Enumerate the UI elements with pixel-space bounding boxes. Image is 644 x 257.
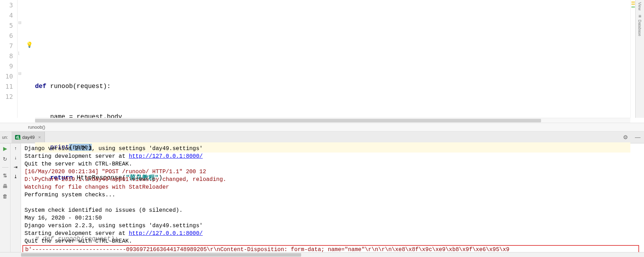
scrollbar-thumb[interactable]	[35, 119, 541, 122]
intention-bulb-icon[interactable]: 💡	[26, 41, 33, 48]
line-number: 8	[0, 51, 13, 61]
editor-area: 3 4 5 6 7 8 9 10 11 12 ⊟ ⌊ ⊟ 💡 def runoo…	[0, 0, 644, 118]
fold-minus-icon[interactable]: ⊟	[18, 71, 21, 76]
run-label: un:	[0, 135, 12, 140]
function-name: runoob	[50, 83, 73, 90]
intention-column: 💡	[25, 0, 35, 118]
console-output[interactable]: Django version 2.2.3, using settings 'da…	[21, 143, 644, 252]
ide-window: 3 4 5 6 7 8 9 10 11 12 ⊟ ⌊ ⊟ 💡 def runoo…	[0, 0, 644, 257]
minimize-icon[interactable]: —	[631, 134, 644, 141]
console-line: May 16, 2020 - 00:21:50	[25, 215, 102, 221]
up-arrow-icon[interactable]: ↑	[14, 146, 17, 151]
code-line[interactable]	[35, 51, 630, 61]
code-editor[interactable]: def runoob(request): name = request.body…	[35, 0, 630, 118]
fold-end-icon: ⌊	[18, 51, 20, 55]
console-line: D:\PyCharm 2019.1.3\day49\app01\views.py…	[25, 176, 226, 183]
fold-minus-icon[interactable]: ⊟	[18, 20, 21, 25]
line-number: 7	[0, 41, 13, 51]
code-line[interactable]	[35, 20, 630, 31]
console-toolbar-left2: ↑ ↓ ⇥ ⤓	[11, 143, 21, 252]
scroll-end-icon[interactable]: ⤓	[14, 174, 18, 179]
editor-horizontal-scrollbar[interactable]	[35, 118, 630, 123]
soft-wrap-icon[interactable]: ⇥	[14, 164, 18, 170]
console-line: Watching for file changes with StatReloa…	[25, 184, 169, 190]
line-number: 6	[0, 31, 13, 41]
console-line: [16/May/2020 00:21:34] "POST /runoob/ HT…	[25, 169, 206, 175]
line-number: 9	[0, 61, 13, 71]
line-number: 3	[0, 0, 13, 10]
console-horizontal-scrollbar[interactable]	[0, 252, 644, 257]
toggle-layout-icon[interactable]: ⇅	[3, 173, 7, 179]
database-tool-button[interactable]: Database	[638, 20, 642, 36]
line-number: 12	[0, 92, 13, 102]
line-number-gutter: 3 4 5 6 7 8 9 10 11 12	[0, 0, 18, 118]
django-icon: dj	[15, 135, 20, 140]
console-line: Quit the server with CTRL-BREAK.	[25, 238, 132, 244]
url-link[interactable]: http://127.0.0.1:8000/	[129, 153, 203, 160]
run-tab-label: day49	[22, 135, 35, 140]
right-tool-strip: View ≡ Database	[635, 0, 644, 118]
line-number: 11	[0, 81, 13, 92]
database-icon[interactable]: ≡	[638, 13, 641, 19]
code-line[interactable]: def runoob(request):	[35, 81, 630, 92]
console-toolbar-left: ▶ ↻ ⇅ 🖶 🗑	[0, 143, 11, 252]
error-marker-strip[interactable]	[630, 0, 635, 118]
highlighted-output: b'----------------------------0936972166…	[22, 245, 639, 252]
fold-column: ⊟ ⌊ ⊟	[18, 0, 25, 118]
line-number: 5	[0, 20, 13, 31]
line-number: 4	[0, 10, 13, 20]
ok-marker[interactable]	[631, 6, 635, 8]
stop-icon[interactable]: ↻	[3, 156, 7, 162]
scrollbar-thumb[interactable]	[21, 253, 301, 257]
console-line: Django version 2.2.3, using settings 'da…	[25, 146, 203, 152]
console-line: Performing system checks...	[25, 192, 115, 198]
console-line: Quit the server with CTRL-BREAK.	[25, 161, 132, 167]
print-icon[interactable]: 🖶	[2, 183, 8, 189]
console-line: Django version 2.2.3, using settings 'da…	[25, 223, 203, 229]
console-panel: ▶ ↻ ⇅ 🖶 🗑 ↑ ↓ ⇥ ⤓ Django version 2.2.3, …	[0, 143, 644, 252]
url-link[interactable]: http://127.0.0.1:8000/	[129, 230, 203, 237]
warning-marker[interactable]	[631, 4, 635, 5]
console-line: System check identified no issues (0 sil…	[25, 207, 182, 214]
trash-icon[interactable]: 🗑	[2, 193, 8, 199]
warning-marker[interactable]	[631, 1, 635, 3]
code-text: (request):	[73, 83, 111, 90]
console-line: Starting development server at http://12…	[25, 230, 203, 237]
view-tool-button[interactable]: View	[638, 2, 642, 11]
line-number: 10	[0, 71, 13, 81]
keyword-def: def	[35, 83, 50, 90]
down-arrow-icon[interactable]: ↓	[14, 155, 17, 160]
rerun-icon[interactable]: ▶	[3, 146, 7, 152]
console-line: Starting development server at http://12…	[25, 153, 203, 160]
